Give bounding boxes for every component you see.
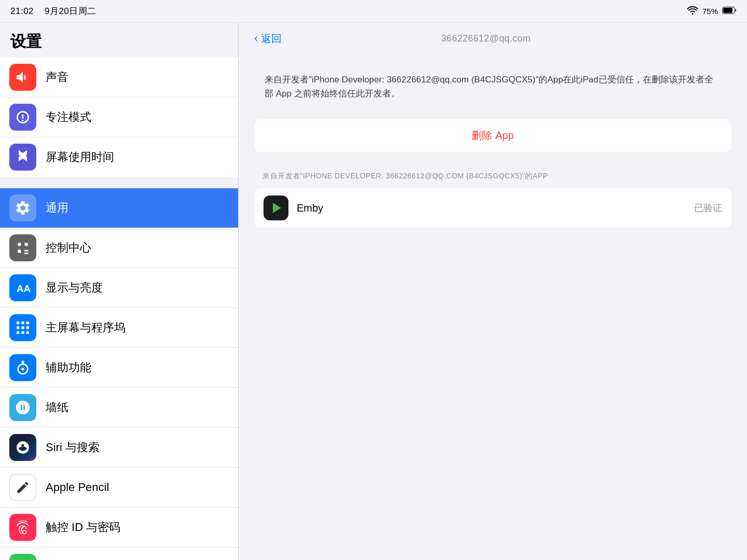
status-date: 9月20日周二 xyxy=(45,6,96,16)
focus-icon xyxy=(9,104,36,131)
battery-percentage: 75% xyxy=(702,7,718,16)
applepencil-icon xyxy=(9,474,36,501)
sidebar-item-sound[interactable]: 声音 xyxy=(0,58,238,97)
content-area: 来自开发者"iPhone Developer: 366226612@qq.com… xyxy=(239,54,747,560)
sidebar-title: 设置 xyxy=(0,23,238,58)
siri-label: Siri 与搜索 xyxy=(46,440,100,455)
svg-rect-11 xyxy=(17,326,19,329)
svg-rect-13 xyxy=(26,326,29,329)
svg-rect-1 xyxy=(723,8,732,13)
status-right: 75% xyxy=(687,6,737,16)
svg-point-17 xyxy=(21,361,24,363)
sidebar-item-display[interactable]: AA 显示与亮度 xyxy=(0,268,238,308)
accessibility-icon xyxy=(9,354,36,381)
svg-rect-12 xyxy=(21,326,24,329)
sidebar-item-focus[interactable]: 专注模式 xyxy=(0,97,238,137)
svg-rect-8 xyxy=(17,321,19,324)
right-header: ‹ 返回 366226612@qq.com xyxy=(239,23,747,54)
back-chevron-icon: ‹ xyxy=(254,33,258,44)
developer-section: 来自开发者"IPHONE DEVELOPER: 366226612@QQ.COM… xyxy=(254,167,731,228)
sound-icon xyxy=(9,64,36,91)
touchid-label: 触控 ID 与密码 xyxy=(46,520,120,535)
applepencil-label: Apple Pencil xyxy=(46,481,109,494)
sidebar-item-general[interactable]: 通用 xyxy=(0,188,238,228)
wifi-icon xyxy=(687,6,698,16)
homescreen-icon xyxy=(9,314,36,341)
sidebar-item-applepencil[interactable]: Apple Pencil xyxy=(0,468,238,508)
delete-app-button[interactable]: 删除 App xyxy=(254,119,731,152)
focus-label: 专注模式 xyxy=(46,109,91,125)
delete-app-section: 删除 App xyxy=(254,119,731,152)
svg-point-3 xyxy=(24,243,28,246)
display-icon: AA xyxy=(9,274,36,301)
controlcenter-icon xyxy=(9,234,36,261)
svg-rect-6 xyxy=(24,253,29,254)
sidebar-item-battery[interactable]: 电池 xyxy=(0,548,238,560)
wallpaper-icon xyxy=(9,394,36,421)
emby-app-name: Emby xyxy=(297,202,694,214)
wallpaper-label: 墙纸 xyxy=(46,400,68,415)
general-label: 通用 xyxy=(46,200,68,216)
svg-rect-10 xyxy=(26,321,29,324)
sidebar-item-homescreen[interactable]: 主屏幕与程序坞 xyxy=(0,308,238,348)
status-bar: 21:02 9月20日周二 75% xyxy=(0,0,747,23)
status-time-date: 21:02 9月20日周二 xyxy=(10,5,96,17)
sidebar-section-1: 声音 专注模式 屏幕使用时间 xyxy=(0,58,238,177)
svg-rect-9 xyxy=(21,321,24,324)
header-title: 366226612@qq.com xyxy=(282,33,690,44)
screentime-icon xyxy=(9,144,36,171)
general-icon xyxy=(9,194,36,221)
sidebar-item-wallpaper[interactable]: 墙纸 xyxy=(0,388,238,428)
controlcenter-label: 控制中心 xyxy=(46,240,91,256)
svg-text:AA: AA xyxy=(17,283,31,294)
battery-icon xyxy=(9,554,36,560)
sidebar-item-screentime[interactable]: 屏幕使用时间 xyxy=(0,137,238,177)
battery-icon xyxy=(722,7,737,16)
svg-rect-15 xyxy=(21,331,24,334)
emby-app-icon xyxy=(264,195,288,220)
screentime-label: 屏幕使用时间 xyxy=(46,149,114,165)
svg-point-4 xyxy=(18,249,21,253)
back-button[interactable]: ‹ 返回 xyxy=(254,32,282,46)
app-row[interactable]: Emby 已验证 xyxy=(254,188,731,228)
siri-icon xyxy=(9,434,36,461)
sidebar: 设置 声音 专注模式 屏幕使用时间 xyxy=(0,23,239,560)
sidebar-item-touchid[interactable]: 触控 ID 与密码 xyxy=(0,508,238,548)
homescreen-label: 主屏幕与程序坞 xyxy=(46,320,126,335)
svg-rect-5 xyxy=(24,250,29,251)
emby-app-status: 已验证 xyxy=(694,202,722,214)
back-label: 返回 xyxy=(261,32,282,46)
developer-section-title: 来自开发者"IPHONE DEVELOPER: 366226612@QQ.COM… xyxy=(254,167,731,185)
main-layout: 设置 声音 专注模式 屏幕使用时间 xyxy=(0,23,747,560)
sidebar-section-2: 通用 控制中心 AA 显示与亮度 xyxy=(0,188,238,560)
status-time: 21:02 xyxy=(10,6,34,16)
sidebar-item-controlcenter[interactable]: 控制中心 xyxy=(0,228,238,268)
display-label: 显示与亮度 xyxy=(46,280,103,296)
accessibility-label: 辅助功能 xyxy=(46,360,91,375)
sidebar-item-siri[interactable]: Siri 与搜索 xyxy=(0,428,238,468)
sound-label: 声音 xyxy=(46,69,68,85)
right-panel: ‹ 返回 366226612@qq.com 来自开发者"iPhone Devel… xyxy=(239,23,747,560)
svg-rect-16 xyxy=(26,331,29,334)
svg-point-2 xyxy=(18,243,21,246)
app-list: Emby 已验证 xyxy=(254,188,731,228)
sidebar-item-accessibility[interactable]: 辅助功能 xyxy=(0,348,238,388)
svg-rect-14 xyxy=(17,331,19,334)
touchid-icon xyxy=(9,514,36,541)
trust-description: 来自开发者"iPhone Developer: 366226612@qq.com… xyxy=(254,64,731,109)
